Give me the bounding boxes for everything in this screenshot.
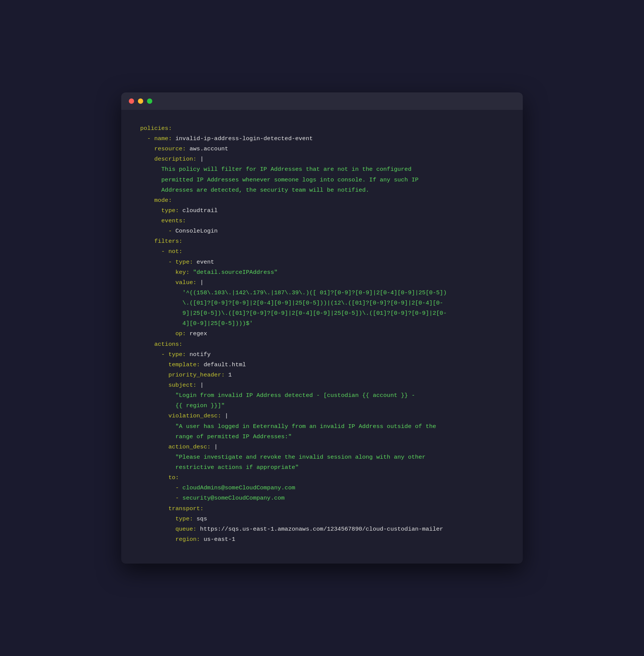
code-line: "Login from invalid IP Address detected …	[140, 390, 504, 401]
code-line: subject: |	[140, 380, 504, 390]
code-line: range of permitted IP Addresses:"	[140, 432, 504, 442]
code-line: - security@someCloudCompany.com	[140, 493, 504, 503]
code-line: {{ region }}]"	[140, 401, 504, 411]
code-line: - cloudAdmins@someCloudCompany.com	[140, 483, 504, 493]
code-line: queue: https://sqs.us-east-1.amazonaws.c…	[140, 524, 504, 534]
code-line: "A user has logged in Eeternally from an…	[140, 422, 504, 432]
code-line: 9]|25[0-5])\.([01]?[0-9]?[0-9]|2[0-4][0-…	[140, 308, 504, 319]
code-line: Addresses are detected, the security tea…	[140, 185, 504, 195]
titlebar	[121, 92, 523, 110]
code-line: key: "detail.sourceIPAddress"	[140, 267, 504, 278]
code-line: - not:	[140, 247, 504, 257]
code-line: This policy will filter for IP Addresses…	[140, 164, 504, 175]
code-line: transport:	[140, 504, 504, 514]
close-button[interactable]	[129, 98, 134, 104]
code-line: - type: event	[140, 257, 504, 267]
code-line: op: regex	[140, 329, 504, 339]
code-line: type: sqs	[140, 514, 504, 524]
code-line: value: |	[140, 278, 504, 288]
code-line: "Please investigate and revoke the inval…	[140, 452, 504, 462]
code-line: template: default.html	[140, 360, 504, 370]
code-content: policies:- name: invalid-ip-address-logi…	[121, 110, 523, 564]
code-line: events:	[140, 216, 504, 226]
code-line: action_desc: |	[140, 442, 504, 452]
code-line: - name: invalid-ip-address-login-detecte…	[140, 134, 504, 144]
code-line: region: us-east-1	[140, 534, 504, 545]
minimize-button[interactable]	[138, 98, 143, 104]
code-line: - type: notify	[140, 350, 504, 360]
code-line: to:	[140, 473, 504, 483]
code-line: filters:	[140, 236, 504, 247]
code-line: permitted IP Addresses whenever someone …	[140, 175, 504, 185]
code-line: '^((158\.103\.|142\.179\.|187\.39\.)([ 0…	[140, 288, 504, 298]
maximize-button[interactable]	[147, 98, 152, 104]
code-line: restrictive actions if appropriate"	[140, 462, 504, 473]
code-line: policies:	[140, 123, 504, 134]
code-line: resource: aws.account	[140, 144, 504, 154]
code-line: description: |	[140, 154, 504, 164]
code-line: priority_header: 1	[140, 370, 504, 380]
code-line: type: cloudtrail	[140, 206, 504, 216]
code-line: mode:	[140, 195, 504, 206]
code-line: violation_desc: |	[140, 411, 504, 421]
terminal-window: policies:- name: invalid-ip-address-logi…	[121, 92, 523, 564]
code-line: \.([01]?[0-9]?[0-9]|2[0-4][0-9]|25[0-5])…	[140, 298, 504, 308]
code-line: - ConsoleLogin	[140, 226, 504, 236]
code-line: actions:	[140, 339, 504, 350]
code-line: 4][0-9]|25[0-5])))$'	[140, 319, 504, 329]
